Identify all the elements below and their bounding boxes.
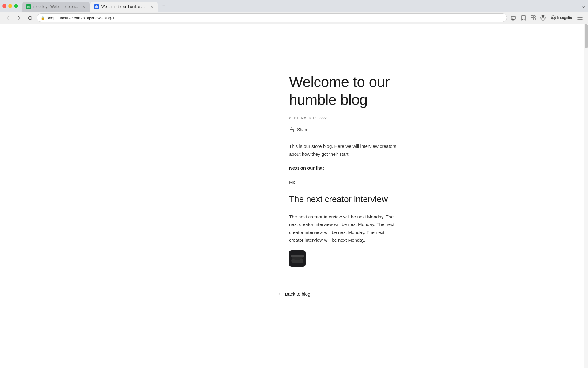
post-title: Welcome to our humble blog [289, 73, 398, 109]
tab-1-favicon: m [26, 4, 31, 9]
product-image [289, 250, 306, 267]
window-controls [2, 4, 18, 10]
section-title: The next creator interview [289, 192, 398, 207]
share-button[interactable]: Share [289, 127, 308, 132]
incognito-button[interactable]: Incognito [548, 14, 575, 21]
menu-icon[interactable] [576, 13, 584, 22]
svg-point-0 [95, 5, 98, 8]
scrollbar-thumb[interactable] [585, 24, 588, 48]
forward-button[interactable] [15, 13, 23, 22]
tab-1-close-button[interactable]: ✕ [81, 4, 86, 9]
back-button[interactable] [4, 13, 12, 22]
tab-1-label: moodjoy · Welcome to our hum… [33, 5, 79, 9]
list-item: Me! [289, 178, 398, 186]
product-image-container [289, 250, 398, 267]
back-arrow-icon: ← [278, 291, 283, 297]
back-to-blog-button[interactable]: ← Back to blog [0, 285, 588, 309]
address-bar: 🔒 shop.subcurve.com/blogs/news/blog-1 [0, 12, 588, 24]
svg-point-2 [511, 20, 511, 21]
scrollbar[interactable] [584, 24, 588, 368]
browser-chrome: m moodjoy · Welcome to our hum… ✕ Welcom… [0, 0, 588, 24]
svg-point-10 [552, 17, 553, 18]
svg-rect-5 [531, 18, 533, 20]
minimize-window-button[interactable] [8, 4, 12, 8]
toolbar-right: Incognito [509, 13, 584, 22]
lock-icon: 🔒 [41, 16, 45, 20]
svg-rect-13 [291, 255, 304, 257]
tab-bar: m moodjoy · Welcome to our hum… ✕ Welcom… [0, 0, 588, 12]
list-heading-text: Next on our list: [289, 165, 324, 171]
cast-icon[interactable] [509, 13, 518, 22]
back-to-blog-label: Back to blog [285, 291, 311, 297]
tab-1[interactable]: m moodjoy · Welcome to our hum… ✕ [22, 2, 90, 12]
tab-overflow-button[interactable]: ⌄ [582, 3, 586, 11]
url-bar[interactable]: 🔒 shop.subcurve.com/blogs/news/blog-1 [37, 13, 507, 22]
post-body: This is our store blog. Here we will int… [289, 142, 398, 244]
bowl-svg [291, 254, 304, 263]
list-heading: Next on our list: [289, 164, 398, 172]
svg-rect-6 [533, 18, 535, 20]
svg-point-9 [551, 16, 556, 20]
reload-button[interactable] [26, 13, 34, 22]
tab-2[interactable]: Welcome to our humble blog ·… ✕ [90, 2, 158, 12]
tab-2-close-button[interactable]: ✕ [149, 4, 154, 9]
body-paragraph: The next creator interview will be next … [289, 213, 398, 244]
tab-2-favicon [94, 4, 99, 9]
share-label: Share [297, 127, 308, 132]
profile-icon[interactable] [539, 13, 547, 22]
share-icon [289, 127, 295, 132]
svg-rect-4 [533, 16, 535, 17]
bookmark-icon[interactable] [519, 13, 528, 22]
page-content: Welcome to our humble blog September 12,… [0, 24, 588, 368]
new-tab-button[interactable]: + [160, 2, 168, 11]
extension-icon[interactable] [529, 13, 537, 22]
maximize-window-button[interactable] [14, 4, 18, 8]
content-wrapper: Welcome to our humble blog September 12,… [184, 73, 404, 267]
incognito-label: Incognito [557, 16, 572, 20]
svg-rect-3 [531, 16, 533, 17]
back-to-blog-container: ← Back to blog [0, 285, 588, 309]
intro-paragraph: This is our store blog. Here we will int… [289, 142, 398, 158]
post-date: September 12, 2022 [289, 116, 398, 120]
svg-point-11 [554, 17, 555, 18]
close-window-button[interactable] [2, 4, 6, 8]
url-text: shop.subcurve.com/blogs/news/blog-1 [47, 16, 503, 20]
tab-2-label: Welcome to our humble blog ·… [101, 5, 147, 9]
